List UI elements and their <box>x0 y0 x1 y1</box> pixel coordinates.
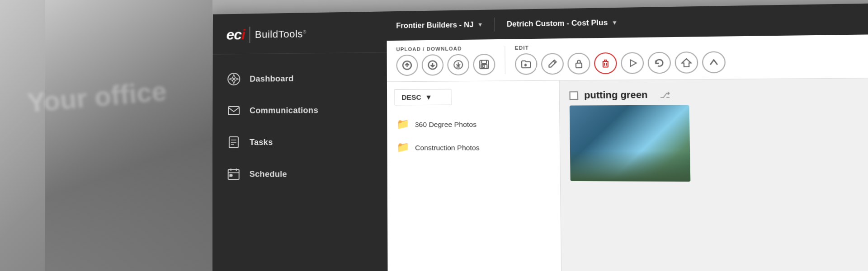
screen-reflection <box>45 0 212 271</box>
share-icon[interactable]: ⎇ <box>660 89 670 100</box>
project-selector[interactable]: Detrich Custom - Cost Plus ▼ <box>507 19 618 28</box>
logo: eci BuildTools® <box>226 24 373 43</box>
file-area: DESC ▼ 📁 360 Degree Photos 📁 Constructio… <box>387 78 868 271</box>
edit-icons <box>515 51 726 75</box>
nav-communications[interactable]: Communications <box>212 94 387 126</box>
folder-name-construction: Construction Photos <box>415 144 480 152</box>
schedule-icon: 14 <box>226 166 241 182</box>
up-button[interactable] <box>702 51 726 73</box>
svg-rect-20 <box>481 60 486 63</box>
svg-marker-30 <box>630 60 636 66</box>
folder-360-photos[interactable]: 📁 360 Degree Photos <box>387 112 560 136</box>
svg-text:14: 14 <box>230 174 232 177</box>
delete-button[interactable] <box>594 52 617 74</box>
toolbar-separator-1 <box>505 46 505 74</box>
upload-download-section: UPLOAD / DOWNLOAD <box>396 45 495 76</box>
tasks-icon <box>226 135 241 150</box>
sort-label: DESC <box>401 93 421 101</box>
save-button[interactable] <box>473 53 495 75</box>
tasks-label: Tasks <box>250 137 273 147</box>
svg-marker-31 <box>682 58 691 66</box>
sort-arrow: ▼ <box>425 93 432 101</box>
logo-area: eci BuildTools® <box>213 11 387 54</box>
upload-download-label: UPLOAD / DOWNLOAD <box>396 46 462 52</box>
folder-construction-photos[interactable]: 📁 Construction Photos <box>387 136 560 159</box>
lock-button[interactable] <box>567 52 590 74</box>
edit-button[interactable] <box>541 53 564 75</box>
dashboard-icon <box>226 71 241 87</box>
sort-select[interactable]: DESC ▼ <box>395 89 452 106</box>
preview-header: putting green ⎇ <box>569 88 868 101</box>
svg-rect-26 <box>576 63 582 68</box>
top-bar: Frontier Builders - NJ ▼ Detrich Custom … <box>387 3 868 41</box>
preview-title: putting green <box>584 89 648 101</box>
screen-area: eci BuildTools® <box>212 3 868 271</box>
schedule-label: Schedule <box>250 169 287 179</box>
refresh-button[interactable] <box>647 51 671 74</box>
edit-label: EDIT <box>515 45 529 51</box>
preview-image <box>570 105 691 182</box>
upload-download-icons <box>396 53 495 75</box>
main-content: Frontier Builders - NJ ▼ Detrich Custom … <box>387 3 868 271</box>
toolbar: UPLOAD / DOWNLOAD <box>387 34 868 82</box>
dashboard-label: Dashboard <box>250 74 293 84</box>
company-selector[interactable]: Frontier Builders - NJ ▼ <box>396 20 483 30</box>
buildtools-logo: BuildTools® <box>255 28 307 41</box>
svg-rect-27 <box>603 61 608 67</box>
logo-divider <box>250 27 250 43</box>
sort-section: DESC ▼ <box>395 88 552 105</box>
svg-rect-1 <box>228 107 239 115</box>
nav-schedule[interactable]: 14 Schedule <box>212 158 387 191</box>
play-button[interactable] <box>621 52 644 74</box>
home-button[interactable] <box>675 51 698 73</box>
nav-dashboard[interactable]: Dashboard <box>212 62 387 95</box>
nav-tasks[interactable]: Tasks <box>212 126 387 159</box>
upload-button[interactable] <box>396 54 418 75</box>
company-name: Frontier Builders - NJ <box>396 21 473 30</box>
download-file-button[interactable] <box>447 54 469 75</box>
company-dropdown-arrow: ▼ <box>477 21 483 28</box>
preview-panel: putting green ⎇ <box>559 78 868 271</box>
monitor-bezel-left: Your office <box>0 0 212 271</box>
folder-icon-360: 📁 <box>396 118 409 131</box>
download-button[interactable] <box>422 54 443 75</box>
eci-logo: eci <box>226 26 245 43</box>
file-panel: DESC ▼ 📁 360 Degree Photos 📁 Constructio… <box>387 81 561 271</box>
topbar-separator <box>495 18 495 32</box>
project-dropdown-arrow: ▼ <box>612 19 618 26</box>
communications-icon <box>226 103 241 118</box>
folder-name-360: 360 Degree Photos <box>415 120 476 128</box>
add-folder-button[interactable] <box>515 53 538 75</box>
svg-rect-22 <box>483 65 484 67</box>
sidebar: eci BuildTools® <box>212 11 388 271</box>
edit-section: EDIT <box>515 42 726 75</box>
preview-checkbox[interactable] <box>569 91 578 100</box>
folder-icon-construction: 📁 <box>396 141 409 154</box>
project-name: Detrich Custom - Cost Plus <box>507 19 608 28</box>
preview-item: putting green ⎇ <box>569 88 868 182</box>
nav-menu: Dashboard Communications <box>212 52 387 191</box>
communications-label: Communications <box>250 106 318 116</box>
